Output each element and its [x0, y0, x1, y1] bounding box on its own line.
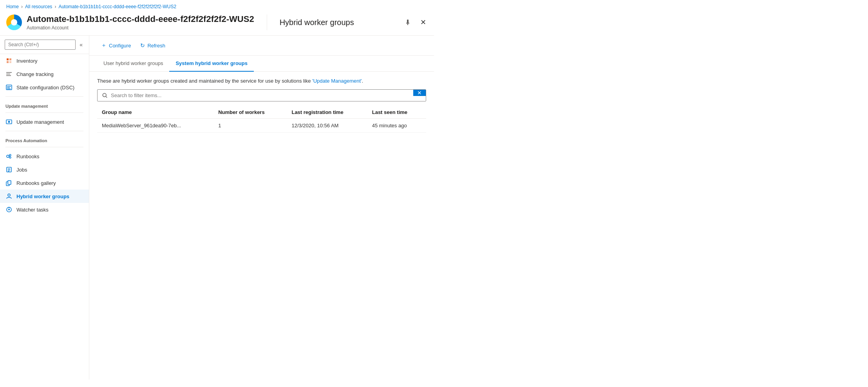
- sidebar-section-process-automation: Process Automation: [0, 134, 89, 145]
- cell-num-workers: 1: [213, 119, 287, 133]
- svg-rect-9: [6, 75, 11, 76]
- svg-rect-5: [7, 61, 9, 63]
- header-divider: [267, 14, 267, 30]
- description-text: These are hybrid worker groups created a…: [97, 78, 426, 84]
- svg-point-29: [8, 209, 10, 210]
- search-bar-inner: [98, 90, 413, 101]
- col-header-num-workers: Number of workers: [213, 106, 287, 119]
- configure-label: Configure: [109, 43, 131, 49]
- sidebar-label-watcher-tasks: Watcher tasks: [16, 207, 49, 213]
- sidebar-item-state-config[interactable]: State configuration (DSC): [0, 81, 89, 94]
- logo-inner: [11, 19, 17, 25]
- cell-group-name[interactable]: MediaWebServer_961dea90-7eb...: [97, 119, 213, 133]
- sidebar-item-watcher-tasks[interactable]: Watcher tasks: [0, 203, 89, 216]
- header-left: Automate-b1b1b1b1-cccc-dddd-eeee-f2f2f2f…: [6, 14, 403, 31]
- sidebar-item-jobs[interactable]: Jobs: [0, 163, 89, 176]
- table-row: MediaWebServer_961dea90-7eb... 1 12/3/20…: [97, 119, 426, 133]
- update-management-icon: [5, 118, 13, 125]
- breadcrumb-resource[interactable]: Automate-b1b1b1b1-cccc-dddd-eeee-f2f2f2f…: [58, 4, 176, 9]
- sidebar-divider-2: [5, 112, 83, 113]
- search-icon: [102, 93, 108, 98]
- sidebar-divider-3: [5, 131, 83, 131]
- sidebar-label-hybrid-worker-groups: Hybrid worker groups: [16, 194, 69, 199]
- svg-rect-1: [406, 23, 409, 24]
- svg-rect-6: [9, 61, 11, 63]
- header-actions: ✕: [403, 16, 428, 28]
- change-tracking-icon: [5, 71, 13, 78]
- col-header-last-reg-time: Last registration time: [287, 106, 367, 119]
- breadcrumb-sep2: ›: [54, 4, 56, 9]
- sidebar-label-runbooks: Runbooks: [16, 154, 40, 159]
- close-button[interactable]: ✕: [419, 16, 428, 28]
- svg-point-27: [8, 194, 10, 196]
- svg-rect-3: [7, 58, 9, 60]
- breadcrumb: Home › All resources › Automate-b1b1b1b1…: [0, 0, 434, 12]
- search-filter-bar: ✕: [97, 89, 426, 101]
- svg-point-16: [7, 155, 9, 157]
- svg-rect-7: [6, 72, 12, 73]
- collapse-sidebar-button[interactable]: «: [78, 41, 84, 49]
- sidebar-item-change-tracking[interactable]: Change tracking: [0, 67, 89, 81]
- tab-system-hybrid-worker-groups[interactable]: System hybrid worker groups: [169, 56, 254, 72]
- configure-button[interactable]: ＋ Configure: [97, 40, 135, 51]
- inventory-icon: [5, 57, 13, 64]
- search-input[interactable]: [5, 40, 76, 50]
- svg-point-17: [9, 154, 11, 156]
- breadcrumb-home[interactable]: Home: [6, 4, 19, 9]
- search-clear-button[interactable]: ✕: [413, 90, 426, 96]
- sidebar-item-hybrid-worker-groups[interactable]: Hybrid worker groups: [0, 190, 89, 203]
- tab-user-hybrid-worker-groups[interactable]: User hybrid worker groups: [97, 56, 169, 72]
- runbooks-gallery-icon: [5, 179, 13, 186]
- svg-line-19: [9, 156, 9, 156]
- col-header-group-name: Group name: [97, 106, 213, 119]
- toolbar: ＋ Configure ↻ Refresh: [89, 36, 434, 56]
- sidebar-item-runbooks[interactable]: Runbooks: [0, 150, 89, 163]
- svg-point-15: [8, 121, 10, 123]
- sidebar-label-jobs: Jobs: [16, 167, 27, 173]
- filter-search-input[interactable]: [111, 92, 409, 98]
- content-area: ＋ Configure ↻ Refresh User hybrid worker…: [89, 36, 434, 380]
- content-body: These are hybrid worker groups created a…: [89, 72, 434, 380]
- update-management-link[interactable]: 'Update Management': [312, 78, 362, 84]
- cell-last-seen-time: 45 minutes ago: [367, 119, 426, 133]
- svg-point-18: [9, 157, 11, 158]
- sidebar-label-change-tracking: Change tracking: [16, 71, 54, 77]
- main-layout: « Inventory Change tracking: [0, 36, 434, 380]
- sidebar-label-state-config: State configuration (DSC): [16, 85, 74, 90]
- resource-title: Automate-b1b1b1b1-cccc-dddd-eeee-f2f2f2f…: [27, 14, 254, 24]
- svg-rect-4: [9, 58, 11, 60]
- sidebar-item-update-management[interactable]: Update management: [0, 115, 89, 128]
- page-header: Automate-b1b1b1b1-cccc-dddd-eeee-f2f2f2f…: [0, 12, 434, 36]
- sidebar: « Inventory Change tracking: [0, 36, 89, 380]
- sidebar-label-runbooks-gallery: Runbooks gallery: [16, 180, 56, 186]
- refresh-label: Refresh: [147, 43, 165, 49]
- svg-rect-2: [407, 24, 408, 25]
- breadcrumb-sep1: ›: [21, 4, 23, 9]
- refresh-button[interactable]: ↻ Refresh: [136, 40, 169, 51]
- svg-line-20: [9, 157, 9, 157]
- configure-icon: ＋: [101, 42, 107, 49]
- page-title: Hybrid worker groups: [280, 18, 354, 27]
- breadcrumb-all-resources[interactable]: All resources: [25, 4, 52, 9]
- runbooks-icon: [5, 153, 13, 160]
- sidebar-item-inventory[interactable]: Inventory: [0, 54, 89, 67]
- sidebar-label-update-management: Update management: [16, 119, 64, 125]
- pin-button[interactable]: [403, 18, 412, 27]
- svg-rect-12: [7, 87, 10, 88]
- automation-logo-icon: [6, 14, 22, 30]
- refresh-icon: ↻: [140, 42, 145, 49]
- sidebar-search-bar: «: [0, 36, 89, 54]
- cell-last-reg-time: 12/3/2020, 10:56 AM: [287, 119, 367, 133]
- resource-subtitle: Automation Account: [27, 25, 254, 31]
- sidebar-divider-1: [5, 96, 83, 97]
- svg-line-32: [106, 96, 107, 98]
- svg-rect-0: [407, 20, 409, 23]
- svg-rect-8: [6, 74, 10, 74]
- sidebar-scroll: Inventory Change tracking State configur…: [0, 54, 89, 380]
- svg-rect-13: [7, 89, 11, 89]
- sidebar-item-runbooks-gallery[interactable]: Runbooks gallery: [0, 176, 89, 190]
- svg-rect-26: [8, 181, 11, 184]
- sidebar-section-update-mgmt: Update management: [0, 99, 89, 110]
- sidebar-divider-4: [5, 147, 83, 147]
- col-header-last-seen-time: Last seen time: [367, 106, 426, 119]
